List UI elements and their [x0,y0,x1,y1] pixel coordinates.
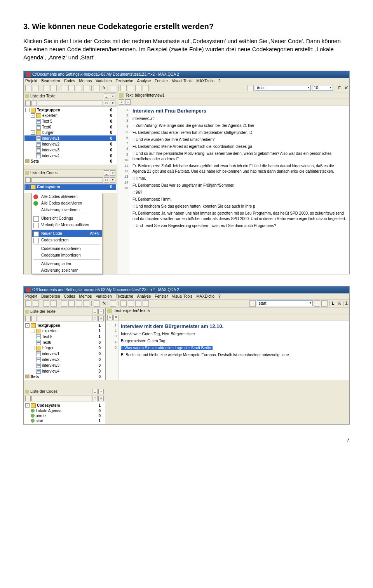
codes-tree[interactable]: -Codesystem0 [24,184,117,193]
toolbar-button[interactable] [61,300,67,307]
tree-row[interactable]: -bürger0 [24,345,105,351]
tool-button[interactable]: □ [104,177,109,183]
tree-row[interactable]: interview40 [24,153,116,159]
toolbar-button[interactable] [61,85,67,91]
code-combo[interactable]: start [257,300,313,306]
tree-row[interactable]: -Codesystem0 [24,184,116,190]
tree-row[interactable]: interview20 [24,357,105,363]
toolbar-button[interactable]: L [332,301,334,305]
menu-item[interactable]: Projekt [25,294,37,298]
toolbar-button[interactable]: % [338,301,341,305]
menu-item[interactable]: Codes [64,79,75,83]
toolbar-button[interactable] [128,300,134,307]
toolbar-button[interactable] [43,300,49,307]
tool-button[interactable] [31,101,37,106]
toolbar-button[interactable] [110,85,116,91]
menu-item[interactable]: Memos [79,294,92,298]
menu-item[interactable]: Bearbeiten [41,79,60,83]
tree-row[interactable]: Text60 [24,340,105,345]
menu-item[interactable]: ? [218,294,221,298]
toolbar-button[interactable] [43,85,49,91]
tree-row[interactable]: -Textgruppen0 [24,108,116,113]
menu-item[interactable]: Bearbeiten [41,294,60,298]
tree-row[interactable]: -Codesystem1 [24,403,105,408]
menu-item[interactable]: Variablen [96,294,112,298]
font-size-combo[interactable]: 10 [312,85,333,91]
menu-item[interactable]: Memos [79,79,92,83]
tool-button[interactable]: □ [104,101,109,106]
menu-bar[interactable]: ProjektBearbeitenCodesMemosVariablenText… [24,78,349,84]
context-menu-item[interactable]: Codebaum exportieren [32,245,102,252]
context-menu-item[interactable]: Codebaum importieren [32,252,102,258]
tool-button[interactable] [25,101,31,106]
toolbar-button[interactable] [83,300,89,307]
tree-row[interactable]: Text60 [24,124,116,130]
toolbar-button[interactable] [135,85,141,91]
toolbar-button[interactable] [68,85,75,91]
toolbar-button[interactable] [143,300,149,307]
text-tree[interactable]: -Textgruppen1-experten1Text 51Text60-bür… [24,322,105,380]
tool-button[interactable]: # [110,101,115,106]
toolbar-button[interactable] [94,300,100,307]
tree-row[interactable]: interview10 [24,135,116,141]
tree-row[interactable]: -bürger0 [24,130,116,135]
tree-row[interactable]: interview40 [24,368,105,374]
menu-bar[interactable]: ProjektBearbeitenCodesMemosVariablenText… [24,293,349,300]
toolbar-button[interactable] [314,300,320,307]
toolbar-button[interactable]: Σ [345,301,348,305]
font-combo[interactable]: Arial [255,85,311,91]
context-menu-item[interactable]: Übersicht Codings [32,215,102,222]
toolbar-button[interactable] [249,300,256,307]
toolbar-button[interactable] [33,300,39,307]
tree-row[interactable]: interview30 [24,363,105,368]
toolbar-button[interactable] [321,300,328,307]
menu-item[interactable]: Analyse [137,79,151,83]
tree-row[interactable]: anreiz0 [24,413,105,418]
tree-row[interactable]: interview30 [24,147,116,153]
close-icon[interactable]: × [110,94,115,99]
menu-item[interactable]: Fenster [155,79,168,83]
tree-row[interactable]: interview20 [24,141,116,147]
context-menu-item[interactable]: Aktivierung laden [32,260,102,267]
context-menu-item[interactable]: Verknüpfte Memos auflisten [32,222,102,228]
close-icon[interactable]: × [110,170,115,176]
tool-button[interactable]: ◊ [119,99,124,105]
context-menu-item[interactable]: Aktivierung speichern [32,267,102,274]
menu-item[interactable]: MAXDictio [196,79,214,83]
toolbar-button[interactable] [120,85,127,91]
main-toolbar[interactable]: fx Arial 10 F K [24,84,349,92]
doc-content[interactable]: Interview mit dem Bürgermeister am 12.10… [119,321,349,380]
toolbar-button[interactable] [76,300,82,307]
minimize-icon[interactable]: ‗ [104,170,109,176]
menu-item[interactable]: Textsuche [116,79,133,83]
tree-row[interactable]: -Textgruppen1 [24,323,105,328]
minimize-icon[interactable]: ‗ [104,94,109,99]
toolbar-button[interactable] [94,85,100,91]
toolbar-button[interactable] [25,300,31,307]
toolbar-button[interactable] [135,300,141,307]
menu-item[interactable]: Textsuche [116,294,133,298]
tool-button[interactable]: # [110,177,115,183]
toolbar-button[interactable] [68,300,75,307]
tool-button[interactable] [25,177,31,183]
context-menu-item[interactable]: Alle Codes aktivieren [32,193,102,200]
tree-row[interactable]: start1 [24,418,105,423]
toolbar-button[interactable] [51,85,57,91]
tree-row[interactable]: Text 50 [24,118,116,124]
main-toolbar[interactable]: fx start L % Σ [24,300,349,308]
context-menu[interactable]: Alle Codes aktivierenAlle Codes deaktivi… [31,193,102,274]
bold-button[interactable]: F [338,86,341,90]
tool-button[interactable]: ≡ [125,99,131,105]
context-menu-item[interactable]: Aktivierung invertieren [32,206,102,213]
tree-row[interactable]: Text 51 [24,334,105,340]
toolbar-button[interactable] [143,85,149,91]
toolbar-button[interactable] [51,300,57,307]
menu-item[interactable]: Visual Tools [172,79,192,83]
tree-row[interactable]: Lokale Agenda0 [24,408,105,413]
toolbar-button[interactable] [120,300,127,307]
menu-item[interactable]: MAXDictio [196,294,214,298]
tree-row[interactable]: interview10 [24,351,105,357]
menu-item[interactable]: Variablen [96,79,112,83]
codes-tree[interactable]: -Codesystem1Lokale Agenda0anreiz0start1 [24,402,105,424]
italic-button[interactable]: K [345,86,348,90]
